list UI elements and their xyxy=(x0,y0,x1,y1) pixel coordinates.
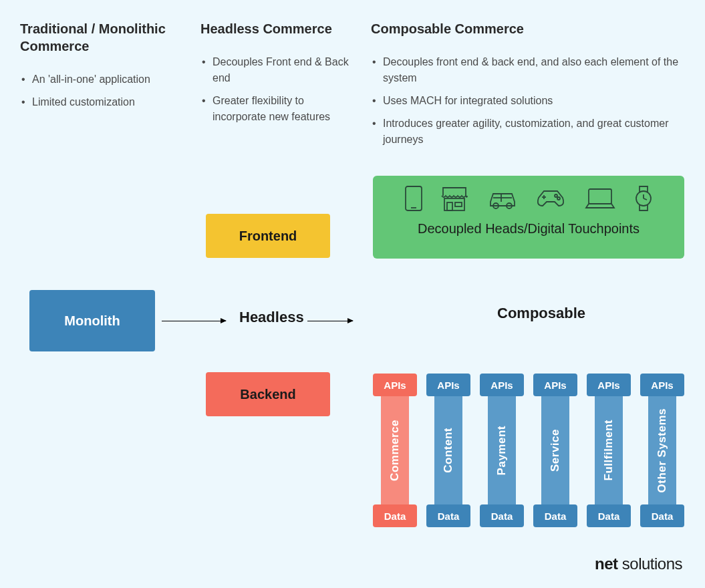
pillar-data-cap: Data xyxy=(587,504,631,527)
pillar-service: APIsServiceData xyxy=(533,374,577,527)
column-headless: Headless Commerce Decouples Front end & … xyxy=(200,20,358,154)
column-heading: Composable Commerce xyxy=(371,20,682,37)
pillar-body: Fullfilment xyxy=(595,396,623,504)
pillar-data-cap: Data xyxy=(426,504,470,527)
list-item: An 'all-in-one' application xyxy=(20,71,187,88)
brand-light: solutions xyxy=(618,555,682,573)
smartphone-icon xyxy=(404,185,423,212)
monolith-box: Monolith xyxy=(29,290,155,351)
frontend-label: Frontend xyxy=(239,229,297,244)
pillar-api-cap: APIs xyxy=(480,374,524,396)
car-icon xyxy=(486,187,519,210)
column-heading: Traditional / Monolithic Commerce xyxy=(20,20,187,55)
pillar-name: Content xyxy=(442,428,455,473)
pillar-payment: APIsPaymentData xyxy=(480,374,524,527)
laptop-icon xyxy=(583,186,617,210)
frontend-box: Frontend xyxy=(206,214,330,258)
bullet-list: An 'all-in-one' application Limited cust… xyxy=(20,71,187,110)
pillar-name: Other Systems xyxy=(656,408,669,493)
pillar-name: Fullfilment xyxy=(602,420,615,480)
backend-box: Backend xyxy=(206,372,330,416)
pillar-body: Payment xyxy=(488,396,516,504)
pillar-body: Service xyxy=(541,396,569,504)
pillar-api-cap: APIs xyxy=(373,374,417,396)
list-item: Decouples front end & back end, and also… xyxy=(371,54,682,86)
bullet-list: Decouples Front end & Back end Greater f… xyxy=(200,54,358,125)
svg-line-16 xyxy=(644,198,647,200)
pillar-data-cap: Data xyxy=(480,504,524,527)
svg-rect-13 xyxy=(589,189,611,204)
svg-rect-4 xyxy=(455,202,462,206)
svg-point-11 xyxy=(555,194,557,197)
pillar-content: APIsContentData xyxy=(426,374,470,527)
pillar-name: Commerce xyxy=(388,420,402,481)
headless-arch-label: Headless xyxy=(239,309,304,326)
pillar-data-cap: Data xyxy=(640,504,684,527)
column-traditional: Traditional / Monolithic Commerce An 'al… xyxy=(20,20,187,154)
svg-rect-0 xyxy=(406,186,422,210)
watch-icon xyxy=(634,185,653,212)
composable-pillars: APIsCommerceDataAPIsContentDataAPIsPayme… xyxy=(373,374,684,527)
list-item: Greater flexibility to incorporate new f… xyxy=(200,93,358,125)
pillar-api-cap: APIs xyxy=(640,374,684,396)
list-item: Decouples Front end & Back end xyxy=(200,54,358,86)
pillar-data-cap: Data xyxy=(533,504,577,527)
pillar-api-cap: APIs xyxy=(587,374,631,396)
column-composable: Composable Commerce Decouples front end … xyxy=(371,20,682,154)
brand-bold: net xyxy=(595,555,618,573)
bullet-list: Decouples front end & back end, and also… xyxy=(371,54,682,148)
pillar-name: Service xyxy=(549,429,562,472)
composable-arch-label: Composable xyxy=(497,305,585,322)
svg-rect-3 xyxy=(447,202,452,210)
pillar-commerce: APIsCommerceData xyxy=(373,374,417,527)
store-icon xyxy=(440,185,468,212)
pillar-name: Payment xyxy=(495,426,509,475)
pillar-fullfilment: APIsFullfilmentData xyxy=(587,374,631,527)
pillar-api-cap: APIs xyxy=(533,374,577,396)
list-item: Introduces greater agility, customizatio… xyxy=(371,116,682,148)
touchpoints-label: Decoupled Heads/Digital Touchpoints xyxy=(373,221,684,237)
pillar-body: Commerce xyxy=(381,396,409,504)
pillar-body: Other Systems xyxy=(648,396,676,504)
arrow-icon xyxy=(307,321,353,321)
brand-logo: net solutions xyxy=(595,555,682,573)
touchpoints-panel: Decoupled Heads/Digital Touchpoints xyxy=(373,176,684,259)
gamepad-icon xyxy=(536,188,565,208)
arrow-icon xyxy=(162,321,226,321)
pillar-data-cap: Data xyxy=(373,504,417,527)
list-item: Limited customization xyxy=(20,94,187,110)
pillar-body: Content xyxy=(434,396,462,504)
touchpoint-icons xyxy=(373,185,684,216)
svg-point-12 xyxy=(557,197,560,200)
column-heading: Headless Commerce xyxy=(200,20,358,37)
pillar-other-systems: APIsOther SystemsData xyxy=(640,374,684,527)
pillar-api-cap: APIs xyxy=(426,374,470,396)
monolith-label: Monolith xyxy=(64,313,120,329)
list-item: Uses MACH for integrated solutions xyxy=(371,93,682,109)
commerce-types-columns: Traditional / Monolithic Commerce An 'al… xyxy=(20,20,685,154)
backend-label: Backend xyxy=(240,387,295,402)
